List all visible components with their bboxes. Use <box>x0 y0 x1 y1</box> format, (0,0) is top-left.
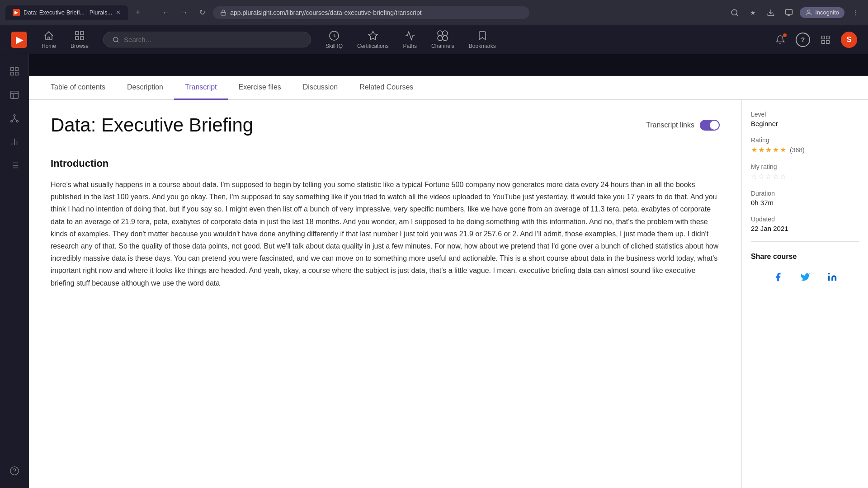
browser-actions: ★ Incognito ⋮ <box>727 5 863 20</box>
nav-actions: ? S <box>772 32 857 48</box>
updated-info: Updated 22 Jan 2021 <box>751 216 859 232</box>
skill-iq-icon <box>329 30 340 41</box>
svg-point-22 <box>16 121 18 122</box>
transcript-header: Data: Executive Briefing Transcript link… <box>51 114 720 150</box>
new-tab-button[interactable]: + <box>132 6 144 19</box>
lens-icon[interactable] <box>727 5 742 20</box>
nav-paths[interactable]: Paths <box>403 30 417 49</box>
channels-icon <box>437 30 448 41</box>
svg-rect-0 <box>221 12 226 15</box>
course-title: Data: Executive Briefing <box>51 114 253 136</box>
nav-home[interactable]: Home <box>42 30 56 49</box>
browser-tab[interactable]: ▶ Data: Executive Briefi... | Plurals...… <box>5 5 128 20</box>
social-icons <box>751 268 859 286</box>
tabs-bar: Table of contents Description Transcript… <box>29 76 868 100</box>
svg-rect-3 <box>786 9 793 14</box>
facebook-icon <box>773 272 783 282</box>
nav-certifications[interactable]: Certifications <box>357 30 388 49</box>
left-sidebar <box>0 54 29 488</box>
menu-button[interactable]: ⋮ <box>848 5 863 20</box>
nav-channels[interactable]: Channels <box>431 30 454 49</box>
content-sidebar-wrapper: Data: Executive Briefing Transcript link… <box>29 100 868 488</box>
duration-value: 0h 37m <box>751 199 859 206</box>
share-section: Share course <box>751 241 859 286</box>
updated-value: 22 Jan 2021 <box>751 225 859 232</box>
transcript-links-toggle[interactable] <box>700 120 720 131</box>
svg-rect-12 <box>826 36 829 38</box>
url-text: app.pluralsight.com/library/courses/data… <box>230 9 421 16</box>
linkedin-icon <box>827 272 837 282</box>
transcript-body: Here's what usually happens in a course … <box>51 178 720 289</box>
my-rating-label: My rating <box>751 163 859 170</box>
main-content: Table of contents Description Transcript… <box>29 54 868 488</box>
tab-description[interactable]: Description <box>116 76 174 100</box>
twitter-icon <box>800 272 810 282</box>
svg-rect-16 <box>15 68 18 70</box>
svg-rect-8 <box>80 37 84 40</box>
svg-rect-13 <box>822 40 825 43</box>
search-bar[interactable] <box>103 32 311 47</box>
search-input[interactable] <box>124 36 302 43</box>
rating-label: Rating <box>751 136 859 144</box>
incognito-badge: Incognito <box>800 7 844 18</box>
app-container: ▶ Home Browse Skill IQ Certifications Pa… <box>0 25 868 488</box>
tab-favicon: ▶ <box>13 9 20 16</box>
help-button[interactable]: ? <box>796 33 810 47</box>
linkedin-share-button[interactable] <box>823 268 841 286</box>
transcript-links-bar: Transcript links <box>646 120 720 131</box>
notification-dot <box>783 33 787 37</box>
svg-rect-14 <box>826 40 829 43</box>
notifications-button[interactable] <box>772 32 788 48</box>
paths-icon <box>405 30 415 41</box>
back-button[interactable]: ← <box>159 5 173 20</box>
svg-point-1 <box>731 9 737 15</box>
rating-stars: ★★★★★ <box>751 145 787 154</box>
sidebar-icon-dashboard[interactable] <box>5 61 24 81</box>
nav-browse[interactable]: Browse <box>71 30 89 49</box>
browse-icon <box>74 30 85 41</box>
browser-chrome: ▶ Data: Executive Briefi... | Plurals...… <box>0 0 868 25</box>
duration-info: Duration 0h 37m <box>751 190 859 206</box>
tab-discussion[interactable]: Discussion <box>292 76 349 100</box>
svg-point-9 <box>113 37 118 42</box>
apps-button[interactable] <box>817 32 834 48</box>
star-icon[interactable]: ★ <box>745 5 760 20</box>
forward-button[interactable]: → <box>177 5 191 20</box>
twitter-share-button[interactable] <box>796 268 814 286</box>
toggle-knob <box>710 121 719 130</box>
close-tab-button[interactable]: ✕ <box>116 9 121 16</box>
sidebar-icon-help[interactable] <box>5 461 24 481</box>
share-label: Share course <box>751 253 859 261</box>
device-icon[interactable] <box>782 5 796 20</box>
my-rating-info[interactable]: My rating ☆☆☆☆☆ <box>751 163 859 181</box>
user-avatar[interactable]: S <box>841 32 857 48</box>
svg-point-20 <box>14 115 15 117</box>
transcript-content: Data: Executive Briefing Transcript link… <box>29 100 741 488</box>
rating-info: Rating ★★★★★ (368) <box>751 136 859 154</box>
facebook-share-button[interactable] <box>769 268 787 286</box>
address-bar[interactable]: app.pluralsight.com/library/courses/data… <box>213 6 529 19</box>
nav-skill-iq[interactable]: Skill IQ <box>326 30 343 49</box>
level-label: Level <box>751 111 859 118</box>
svg-rect-6 <box>80 32 84 35</box>
sidebar-icon-analytics[interactable] <box>5 132 24 152</box>
sidebar-icon-tree[interactable] <box>5 108 24 128</box>
svg-point-4 <box>808 10 810 12</box>
svg-point-34 <box>828 273 830 275</box>
refresh-button[interactable]: ↻ <box>195 5 209 20</box>
section-heading: Introduction <box>51 158 720 169</box>
pluralsight-logo[interactable]: ▶ <box>11 32 27 48</box>
sidebar-icon-list[interactable] <box>5 155 24 175</box>
tab-table-of-contents[interactable]: Table of contents <box>40 76 116 100</box>
nav-bookmarks[interactable]: Bookmarks <box>469 30 496 49</box>
sidebar-icon-chart[interactable] <box>5 85 24 105</box>
download-icon[interactable] <box>764 5 778 20</box>
grid-icon <box>821 35 830 45</box>
svg-point-21 <box>10 121 12 122</box>
tab-related-courses[interactable]: Related Courses <box>349 76 424 100</box>
my-rating-stars[interactable]: ☆☆☆☆☆ <box>751 173 787 180</box>
tab-transcript[interactable]: Transcript <box>174 76 228 100</box>
svg-rect-15 <box>10 68 13 70</box>
tab-exercise-files[interactable]: Exercise files <box>228 76 292 100</box>
right-sidebar: Level Beginner Rating ★★★★★ (368) My rat… <box>741 100 868 488</box>
